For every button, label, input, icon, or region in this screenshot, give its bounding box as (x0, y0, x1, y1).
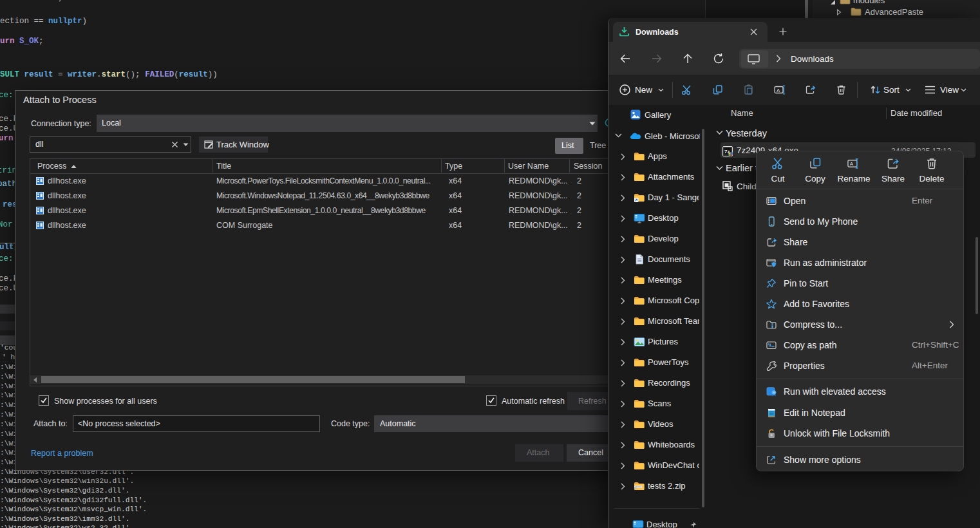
svg-text:A: A (777, 88, 780, 93)
svg-text:A: A (850, 161, 854, 167)
